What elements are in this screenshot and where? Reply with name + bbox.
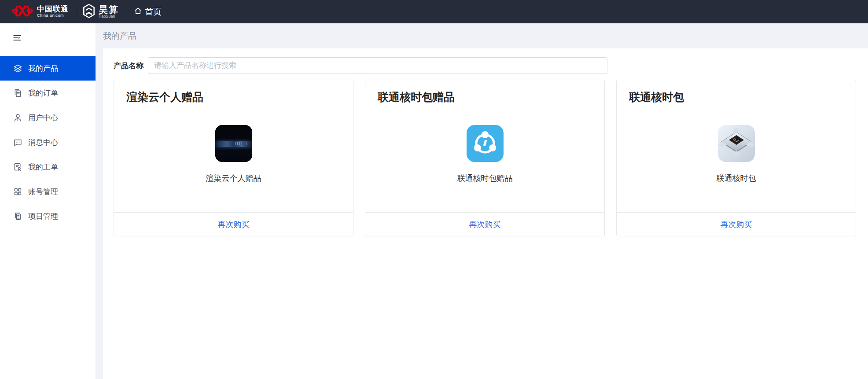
product-card-footer: 再次购买 bbox=[114, 212, 353, 236]
grid-apps-icon bbox=[13, 187, 22, 196]
layers-icon bbox=[13, 64, 22, 73]
product-name: 联通核时包 bbox=[617, 173, 856, 184]
work-ticket-icon bbox=[13, 162, 22, 172]
product-card-title: 联通核时包赠品 bbox=[378, 90, 455, 104]
sidebar-item-my-products[interactable]: 我的产品 bbox=[0, 56, 96, 81]
product-card-title: 联通核时包 bbox=[629, 90, 684, 104]
sidebar-item-project-management[interactable]: 项目管理 bbox=[0, 204, 96, 228]
china-unicom-brand: 中国联通 China unicom bbox=[11, 3, 69, 21]
sidebar-item-my-orders[interactable]: 我的订单 bbox=[0, 81, 96, 105]
product-card-list: 渲染云个人赠品 渲染云个人赠品 再次购买 联通核时包赠品 bbox=[114, 80, 856, 236]
sidebar: 我的产品 我的订单 用户中心 bbox=[0, 23, 96, 379]
home-icon bbox=[134, 7, 142, 17]
product-card-core-hour-package: 联通核时包 bbox=[616, 80, 856, 236]
buy-again-link[interactable]: 再次购买 bbox=[218, 219, 250, 230]
haosuan-brand-text: 昊算 HaoSuan bbox=[99, 5, 119, 18]
sidebar-item-account-management[interactable]: 账号管理 bbox=[0, 179, 96, 204]
buy-again-link[interactable]: 再次购买 bbox=[469, 219, 501, 230]
product-name: 渲染云个人赠品 bbox=[114, 173, 353, 184]
haosuan-brand: 昊算 HaoSuan bbox=[82, 4, 119, 20]
product-image-blue-share-app-icon bbox=[467, 125, 504, 162]
sidebar-item-label: 用户中心 bbox=[28, 113, 58, 123]
product-card-footer: 再次购买 bbox=[365, 212, 604, 236]
product-card-title: 渲染云个人赠品 bbox=[126, 90, 203, 104]
message-bubble-icon bbox=[13, 138, 22, 147]
sidebar-item-user-center[interactable]: 用户中心 bbox=[0, 105, 96, 130]
buy-again-link[interactable]: 再次购买 bbox=[721, 219, 752, 230]
sidebar-item-label: 消息中心 bbox=[28, 137, 58, 147]
project-docs-icon bbox=[13, 212, 22, 221]
nav-home-label: 首页 bbox=[145, 6, 162, 18]
breadcrumb: 我的产品 bbox=[103, 30, 136, 42]
product-image-silver-chip-photo bbox=[718, 125, 755, 162]
product-search-row: 产品名称 bbox=[114, 57, 607, 74]
product-search-input[interactable] bbox=[148, 57, 607, 74]
product-card-footer: 再次购买 bbox=[617, 212, 856, 236]
unicom-brand-cn: 中国联通 bbox=[37, 5, 69, 14]
sidebar-item-label: 项目管理 bbox=[28, 211, 58, 221]
product-card-render-cloud-gift: 渲染云个人赠品 渲染云个人赠品 再次购买 bbox=[114, 80, 353, 236]
user-icon bbox=[13, 113, 22, 122]
product-name: 联通核时包赠品 bbox=[365, 173, 604, 184]
sidebar-menu: 我的产品 我的订单 用户中心 bbox=[0, 56, 96, 228]
main-panel: 产品名称 渲染云个人赠品 渲染云个人赠品 再次购买 联通核时包赠品 bbox=[103, 48, 868, 379]
product-image-dark-conference-photo bbox=[215, 125, 252, 162]
breadcrumb-bar: 我的产品 bbox=[96, 23, 868, 48]
sidebar-item-label: 我的订单 bbox=[28, 88, 58, 98]
sidebar-item-message-center[interactable]: 消息中心 bbox=[0, 130, 96, 155]
haosuan-brand-cn: 昊算 bbox=[99, 5, 119, 15]
nav-home-link[interactable]: 首页 bbox=[134, 6, 162, 18]
navbar-divider bbox=[76, 6, 76, 18]
sidebar-item-label: 我的工单 bbox=[28, 162, 58, 172]
menu-fold-icon[interactable] bbox=[12, 33, 22, 43]
sidebar-item-label: 我的产品 bbox=[28, 63, 58, 74]
haosuan-badge-icon bbox=[82, 4, 96, 20]
unicom-brand-text: 中国联通 China unicom bbox=[37, 5, 69, 18]
order-document-icon bbox=[13, 88, 22, 98]
product-name-label: 产品名称 bbox=[114, 61, 143, 71]
unicom-knot-icon bbox=[11, 3, 33, 21]
haosuan-brand-en: HaoSuan bbox=[99, 15, 119, 18]
top-navbar: 中国联通 China unicom 昊算 HaoSuan 首页 bbox=[0, 0, 868, 23]
product-card-core-hour-gift: 联通核时包赠品 联通核时包赠品 再次购买 bbox=[365, 80, 605, 236]
sidebar-item-label: 账号管理 bbox=[28, 187, 58, 197]
sidebar-item-my-tickets[interactable]: 我的工单 bbox=[0, 155, 96, 179]
unicom-brand-en: China unicom bbox=[37, 14, 69, 18]
